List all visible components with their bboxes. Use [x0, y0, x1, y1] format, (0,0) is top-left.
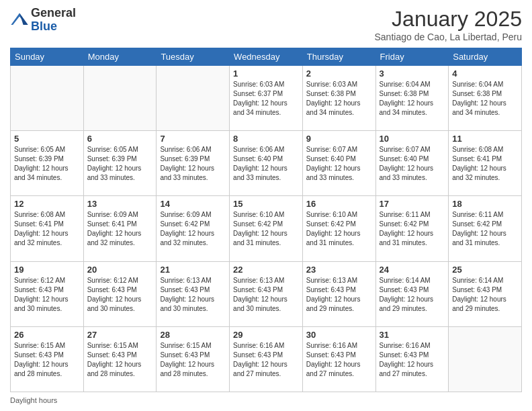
calendar-cell: 27Sunrise: 6:15 AM Sunset: 6:43 PM Dayli…: [83, 326, 157, 392]
day-number: 17: [380, 199, 445, 209]
calendar-cell: 16Sunrise: 6:10 AM Sunset: 6:42 PM Dayli…: [302, 196, 375, 261]
logo-icon: [10, 11, 29, 30]
calendar-cell: 26Sunrise: 6:15 AM Sunset: 6:43 PM Dayli…: [11, 326, 84, 392]
daylight-label: Daylight hours: [10, 396, 57, 404]
cell-content: Sunrise: 6:08 AM Sunset: 6:41 PM Dayligh…: [452, 145, 518, 183]
cell-content: Sunrise: 6:12 AM Sunset: 6:43 PM Dayligh…: [87, 276, 153, 314]
calendar-week-row: 19Sunrise: 6:12 AM Sunset: 6:43 PM Dayli…: [11, 261, 522, 326]
calendar-week-row: 1Sunrise: 6:03 AM Sunset: 6:37 PM Daylig…: [11, 66, 522, 131]
cell-content: Sunrise: 6:09 AM Sunset: 6:42 PM Dayligh…: [160, 210, 226, 248]
calendar-cell: 19Sunrise: 6:12 AM Sunset: 6:43 PM Dayli…: [11, 261, 84, 326]
cell-content: Sunrise: 6:12 AM Sunset: 6:43 PM Dayligh…: [14, 276, 80, 314]
cell-content: Sunrise: 6:04 AM Sunset: 6:38 PM Dayligh…: [380, 80, 445, 118]
calendar-week-row: 5Sunrise: 6:05 AM Sunset: 6:39 PM Daylig…: [11, 131, 522, 196]
day-number: 8: [233, 134, 299, 144]
calendar-week-row: 12Sunrise: 6:08 AM Sunset: 6:41 PM Dayli…: [11, 196, 522, 261]
calendar-cell: 28Sunrise: 6:15 AM Sunset: 6:43 PM Dayli…: [157, 326, 230, 392]
cell-content: Sunrise: 6:09 AM Sunset: 6:41 PM Dayligh…: [87, 210, 153, 248]
cell-content: Sunrise: 6:11 AM Sunset: 6:42 PM Dayligh…: [452, 210, 518, 248]
day-number: 28: [160, 330, 226, 340]
calendar-header-cell: Sunday: [11, 48, 84, 66]
day-number: 26: [14, 330, 80, 340]
cell-content: Sunrise: 6:15 AM Sunset: 6:43 PM Dayligh…: [14, 341, 80, 379]
calendar-cell: 14Sunrise: 6:09 AM Sunset: 6:42 PM Dayli…: [157, 196, 230, 261]
calendar-cell: 15Sunrise: 6:10 AM Sunset: 6:42 PM Dayli…: [230, 196, 303, 261]
day-number: 10: [380, 134, 445, 144]
cell-content: Sunrise: 6:15 AM Sunset: 6:43 PM Dayligh…: [160, 341, 226, 379]
calendar-cell: 9Sunrise: 6:07 AM Sunset: 6:40 PM Daylig…: [302, 131, 375, 196]
day-number: 4: [452, 68, 518, 79]
calendar-header-cell: Friday: [375, 48, 449, 66]
calendar-header-row: SundayMondayTuesdayWednesdayThursdayFrid…: [11, 48, 522, 66]
cell-content: Sunrise: 6:14 AM Sunset: 6:43 PM Dayligh…: [380, 276, 445, 314]
day-number: 14: [160, 199, 226, 209]
calendar-cell: 31Sunrise: 6:16 AM Sunset: 6:43 PM Dayli…: [375, 326, 449, 392]
cell-content: Sunrise: 6:13 AM Sunset: 6:43 PM Dayligh…: [160, 276, 226, 314]
calendar-cell: 4Sunrise: 6:04 AM Sunset: 6:38 PM Daylig…: [449, 66, 522, 131]
calendar: SundayMondayTuesdayWednesdayThursdayFrid…: [10, 48, 522, 392]
calendar-cell: 30Sunrise: 6:16 AM Sunset: 6:43 PM Dayli…: [302, 326, 375, 392]
day-number: 31: [380, 330, 445, 340]
calendar-cell: 3Sunrise: 6:04 AM Sunset: 6:38 PM Daylig…: [375, 66, 449, 131]
subtitle: Santiago de Cao, La Libertad, Peru: [375, 32, 523, 42]
day-number: 18: [452, 199, 518, 209]
calendar-cell: 17Sunrise: 6:11 AM Sunset: 6:42 PM Dayli…: [375, 196, 449, 261]
cell-content: Sunrise: 6:10 AM Sunset: 6:42 PM Dayligh…: [306, 210, 372, 248]
day-number: 9: [306, 134, 372, 144]
day-number: 22: [233, 265, 299, 275]
calendar-cell: 23Sunrise: 6:13 AM Sunset: 6:43 PM Dayli…: [302, 261, 375, 326]
cell-content: Sunrise: 6:13 AM Sunset: 6:43 PM Dayligh…: [233, 276, 299, 314]
cell-content: Sunrise: 6:07 AM Sunset: 6:40 PM Dayligh…: [380, 145, 445, 183]
header: General Blue January 2025 Santiago de Ca…: [10, 7, 522, 42]
calendar-cell: [83, 66, 157, 131]
cell-content: Sunrise: 6:11 AM Sunset: 6:42 PM Dayligh…: [380, 210, 445, 248]
calendar-cell: 8Sunrise: 6:06 AM Sunset: 6:40 PM Daylig…: [230, 131, 303, 196]
calendar-cell: 10Sunrise: 6:07 AM Sunset: 6:40 PM Dayli…: [375, 131, 449, 196]
day-number: 30: [306, 330, 372, 340]
calendar-cell: [449, 326, 522, 392]
calendar-header-cell: Tuesday: [157, 48, 230, 66]
cell-content: Sunrise: 6:05 AM Sunset: 6:39 PM Dayligh…: [14, 145, 80, 183]
day-number: 1: [233, 68, 299, 79]
cell-content: Sunrise: 6:04 AM Sunset: 6:38 PM Dayligh…: [452, 80, 518, 118]
cell-content: Sunrise: 6:15 AM Sunset: 6:43 PM Dayligh…: [87, 341, 153, 379]
calendar-cell: 29Sunrise: 6:16 AM Sunset: 6:43 PM Dayli…: [230, 326, 303, 392]
day-number: 3: [380, 68, 445, 79]
calendar-cell: 12Sunrise: 6:08 AM Sunset: 6:41 PM Dayli…: [11, 196, 84, 261]
cell-content: Sunrise: 6:08 AM Sunset: 6:41 PM Dayligh…: [14, 210, 80, 248]
cell-content: Sunrise: 6:16 AM Sunset: 6:43 PM Dayligh…: [233, 341, 299, 379]
calendar-cell: 20Sunrise: 6:12 AM Sunset: 6:43 PM Dayli…: [83, 261, 157, 326]
calendar-cell: 2Sunrise: 6:03 AM Sunset: 6:38 PM Daylig…: [302, 66, 375, 131]
cell-content: Sunrise: 6:07 AM Sunset: 6:40 PM Dayligh…: [306, 145, 372, 183]
calendar-cell: 21Sunrise: 6:13 AM Sunset: 6:43 PM Dayli…: [157, 261, 230, 326]
logo-general: General: [31, 7, 76, 20]
calendar-cell: [11, 66, 84, 131]
cell-content: Sunrise: 6:13 AM Sunset: 6:43 PM Dayligh…: [306, 276, 372, 314]
calendar-cell: 11Sunrise: 6:08 AM Sunset: 6:41 PM Dayli…: [449, 131, 522, 196]
day-number: 27: [87, 330, 153, 340]
calendar-cell: 7Sunrise: 6:06 AM Sunset: 6:39 PM Daylig…: [157, 131, 230, 196]
cell-content: Sunrise: 6:14 AM Sunset: 6:43 PM Dayligh…: [452, 276, 518, 314]
calendar-header-cell: Wednesday: [230, 48, 303, 66]
day-number: 23: [306, 265, 372, 275]
calendar-header-cell: Thursday: [302, 48, 375, 66]
day-number: 21: [160, 265, 226, 275]
calendar-week-row: 26Sunrise: 6:15 AM Sunset: 6:43 PM Dayli…: [11, 326, 522, 392]
day-number: 13: [87, 199, 153, 209]
calendar-cell: 24Sunrise: 6:14 AM Sunset: 6:43 PM Dayli…: [375, 261, 449, 326]
day-number: 11: [452, 134, 518, 144]
footer: Daylight hours: [10, 396, 522, 404]
cell-content: Sunrise: 6:03 AM Sunset: 6:37 PM Dayligh…: [233, 80, 299, 118]
day-number: 12: [14, 199, 80, 209]
cell-content: Sunrise: 6:10 AM Sunset: 6:42 PM Dayligh…: [233, 210, 299, 248]
day-number: 25: [452, 265, 518, 275]
calendar-cell: 25Sunrise: 6:14 AM Sunset: 6:43 PM Dayli…: [449, 261, 522, 326]
day-number: 6: [87, 134, 153, 144]
day-number: 16: [306, 199, 372, 209]
calendar-cell: 6Sunrise: 6:05 AM Sunset: 6:39 PM Daylig…: [83, 131, 157, 196]
day-number: 5: [14, 134, 80, 144]
logo: General Blue: [10, 7, 76, 34]
cell-content: Sunrise: 6:06 AM Sunset: 6:39 PM Dayligh…: [160, 145, 226, 183]
cell-content: Sunrise: 6:05 AM Sunset: 6:39 PM Dayligh…: [87, 145, 153, 183]
calendar-cell: 18Sunrise: 6:11 AM Sunset: 6:42 PM Dayli…: [449, 196, 522, 261]
